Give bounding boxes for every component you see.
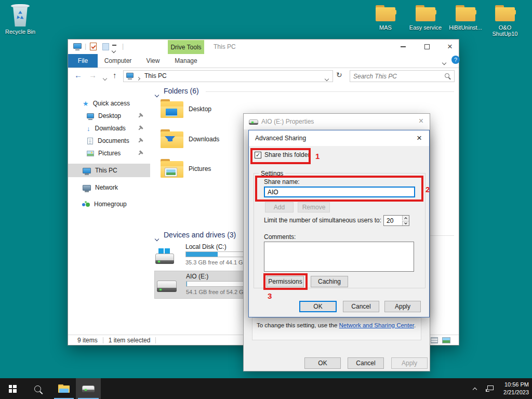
folder-icon	[456, 5, 475, 21]
status-selection: 1 item selected	[109, 337, 151, 344]
back-icon[interactable]: ←	[74, 71, 82, 79]
sidebar-item-downloads[interactable]: ↓ Downloads	[68, 122, 150, 135]
maximize-button[interactable]	[417, 39, 437, 54]
close-icon[interactable]: ×	[419, 116, 423, 126]
folder-tile-desktop[interactable]: Desktop	[189, 105, 211, 113]
tab-manage[interactable]: Manage	[168, 54, 204, 68]
share-this-folder-checkbox-row[interactable]: ✓ Share this folder	[255, 151, 310, 158]
network-sharing-center-link[interactable]: Network and Sharing Center	[339, 322, 414, 328]
spinner-up-icon[interactable]	[402, 216, 409, 220]
sharing-cancel-button[interactable]: Cancel	[343, 301, 379, 312]
advanced-sharing-dialog: Advanced Sharing × ✓ Share this folder S…	[248, 130, 430, 317]
sidebar-item-network[interactable]: Network	[68, 181, 150, 194]
properties-apply-button[interactable]: Apply	[391, 357, 428, 369]
taskbar-clock[interactable]: 10:56 PM 2/21/2023	[498, 381, 529, 396]
sharing-apply-button[interactable]: Apply	[384, 301, 421, 312]
desktop-icon-oo-shutup10[interactable]: O&O ShutUp10	[485, 5, 525, 37]
tab-view[interactable]: View	[138, 54, 168, 68]
properties-qat-icon[interactable]	[90, 43, 97, 50]
add-button[interactable]: Add	[265, 202, 294, 212]
tray-expand-icon[interactable]	[468, 378, 482, 399]
divider	[206, 91, 454, 92]
dialog-title: Advanced Sharing	[255, 135, 306, 142]
up-icon[interactable]: ↑	[113, 71, 117, 79]
folder-tile-pictures[interactable]: Pictures	[189, 165, 211, 172]
limit-users-value[interactable]	[384, 216, 402, 225]
search-icon	[445, 73, 449, 78]
tab-file[interactable]: File	[68, 54, 98, 68]
ribbon-collapse-icon[interactable]	[443, 59, 446, 66]
close-button[interactable]: ×	[440, 39, 460, 54]
forward-icon[interactable]: →	[89, 71, 97, 79]
sidebar-item-homegroup[interactable]: Homegroup	[68, 198, 150, 210]
this-pc-icon	[83, 168, 91, 174]
group-collapse-icon[interactable]	[155, 235, 158, 242]
sidebar-item-quick-access[interactable]: ★ Quick access	[68, 97, 150, 110]
this-pc-icon	[73, 43, 82, 49]
close-icon[interactable]: ×	[417, 133, 422, 143]
desktop-icon-easy-service[interactable]: Easy service	[405, 5, 446, 31]
refresh-icon[interactable]: ↻	[336, 71, 342, 79]
help-icon[interactable]: ?	[451, 56, 460, 64]
address-bar[interactable]: This PC	[123, 70, 333, 82]
permissions-button[interactable]: Permissions	[267, 276, 304, 287]
start-button[interactable]	[0, 378, 25, 399]
clock-time: 10:56 PM	[498, 381, 529, 389]
quick-access-star-icon: ★	[83, 100, 89, 108]
sidebar-item-documents[interactable]: Documents	[68, 135, 150, 147]
drives-group-header[interactable]: Devices and drives (3)	[164, 231, 236, 239]
comments-label: Comments:	[264, 233, 296, 241]
checkbox-checked-icon[interactable]: ✓	[255, 152, 261, 158]
downloads-arrow-icon	[165, 136, 175, 147]
caching-button[interactable]: Caching	[311, 276, 348, 287]
details-view-icon[interactable]	[431, 337, 438, 343]
desktop-icon-hibituninstaller[interactable]: HiBitUninst...	[445, 5, 486, 31]
desktop-icon-mas[interactable]: MAS	[365, 5, 406, 31]
sharing-dialog-title-bar: Advanced Sharing ×	[249, 130, 429, 146]
desktop-icon-recycle-bin[interactable]: Recycle Bin	[0, 4, 41, 35]
properties-cancel-button[interactable]: Cancel	[348, 357, 384, 369]
network-tray-icon[interactable]	[482, 378, 498, 399]
group-collapse-icon[interactable]	[155, 91, 158, 98]
capacity-bar	[185, 251, 244, 257]
taskbar-explorer-button[interactable]	[52, 378, 76, 399]
desktop-icon-label: O&O ShutUp10	[489, 24, 521, 37]
drive-tools-contextual-tab[interactable]: Drive Tools	[168, 40, 204, 54]
sharing-ok-button[interactable]: OK	[299, 301, 337, 312]
pin-icon	[137, 112, 144, 119]
status-items-count: 9 items	[77, 337, 98, 344]
drive-free-space: 35.3 GB free of 44.1 GB	[185, 259, 247, 265]
tab-computer[interactable]: Computer	[98, 54, 138, 68]
search-input[interactable]	[353, 72, 442, 81]
sidebar-item-pictures[interactable]: Pictures	[68, 147, 150, 159]
taskbar-search-button[interactable]	[25, 378, 50, 399]
drive-name: Local Disk (C:)	[185, 243, 227, 250]
folder-tile-downloads[interactable]: Downloads	[189, 136, 219, 143]
limit-users-label: Limit the number of simultaneous users t…	[264, 217, 381, 224]
windows-logo-icon	[9, 385, 17, 393]
sidebar-item-this-pc[interactable]: This PC	[68, 164, 150, 177]
thumbnail-view-icon[interactable]	[442, 337, 450, 343]
properties-ok-button[interactable]: OK	[304, 357, 341, 369]
recycle-arrows-glyph	[15, 10, 25, 20]
folders-group-header[interactable]: Folders (6)	[164, 87, 199, 95]
new-folder-qat-icon[interactable]	[102, 43, 109, 50]
recent-locations-icon[interactable]	[103, 74, 107, 82]
minimize-button[interactable]	[393, 39, 413, 54]
address-dropdown-icon[interactable]	[325, 75, 328, 82]
network-icon	[83, 185, 91, 191]
desktop-icon-label: Recycle Bin	[0, 29, 41, 35]
share-name-input[interactable]	[264, 187, 415, 197]
search-box[interactable]	[350, 70, 455, 82]
breadcrumb[interactable]: This PC	[144, 72, 167, 79]
spinner-down-icon[interactable]	[402, 221, 409, 225]
comments-textarea[interactable]	[264, 242, 414, 272]
remove-button[interactable]: Remove	[298, 202, 330, 212]
qat-customize-icon[interactable]	[112, 45, 116, 54]
sidebar-item-desktop[interactable]: Desktop	[68, 110, 150, 122]
homegroup-icon	[82, 201, 90, 208]
taskbar-drive-dialog-button[interactable]	[76, 378, 101, 399]
limit-users-spinner[interactable]	[383, 215, 409, 226]
note-text: To change this setting, use the	[257, 322, 339, 328]
share-name-label: Share name:	[264, 178, 300, 185]
